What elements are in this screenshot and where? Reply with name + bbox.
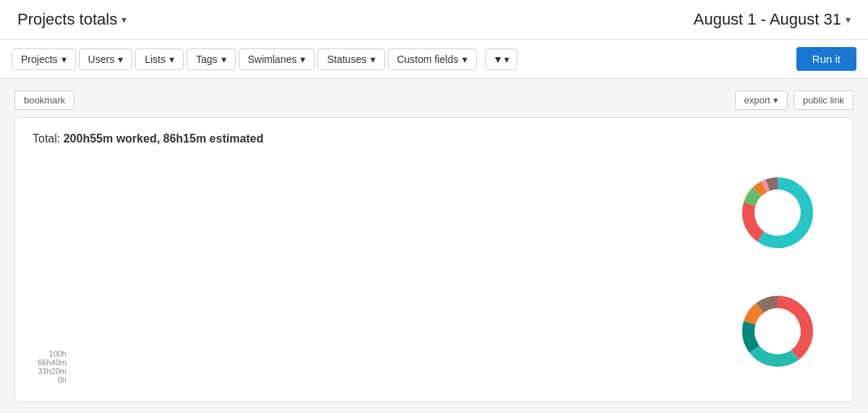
filter-users[interactable]: Users ▾ [79, 48, 133, 70]
filter-projects-arrow: ▾ [61, 54, 67, 65]
action-bar: bookmark export ▾ public link [14, 90, 854, 110]
filter-lists-arrow: ▾ [169, 54, 174, 65]
filter-swimlanes-label: Swimlanes [248, 54, 297, 65]
bar-chart-inner: 100h 66h40m 33h20m 0h [33, 157, 705, 387]
filter-swimlanes-arrow: ▾ [300, 54, 305, 65]
title-text: Projects totals [17, 10, 117, 29]
chart-container: Total: 200h55m worked, 86h15m estimated … [14, 117, 854, 402]
total-value: 200h55m worked, 86h15m estimated [64, 132, 264, 145]
export-label: export [744, 95, 770, 106]
top-bar: Projects totals ▾ August 1 - August 31 ▾ [0, 0, 868, 40]
filter-tags-arrow: ▾ [221, 54, 226, 65]
date-range-text: August 1 - August 31 [694, 10, 841, 29]
donut-charts [720, 157, 835, 387]
svg-point-6 [754, 190, 801, 236]
filter-swimlanes[interactable]: Swimlanes ▾ [239, 48, 315, 70]
run-it-button[interactable]: Run it [796, 47, 856, 71]
svg-point-12 [754, 308, 801, 354]
filter-lists[interactable]: Lists ▾ [135, 48, 184, 70]
filter-custom-fields[interactable]: Custom fields ▾ [388, 48, 477, 70]
date-dropdown-arrow[interactable]: ▾ [846, 14, 851, 25]
filter-custom-fields-arrow: ▾ [462, 54, 467, 65]
content-area: bookmark export ▾ public link Total: 200… [0, 79, 868, 413]
y-label-33h: 33h20m [38, 367, 67, 375]
public-link-button[interactable]: public link [793, 90, 854, 110]
filter-users-arrow: ▾ [118, 54, 123, 65]
filter-bar: Projects ▾ Users ▾ Lists ▾ Tags ▾ Swimla… [0, 40, 868, 79]
y-label-66h: 66h40m [38, 358, 67, 367]
y-label-0h: 0h [58, 375, 67, 384]
bookmark-button[interactable]: bookmark [14, 90, 75, 110]
donut-estimated-svg [734, 288, 821, 375]
filter-users-label: Users [88, 54, 115, 65]
filter-tags-label: Tags [196, 54, 218, 65]
filter-lists-label: Lists [145, 54, 166, 65]
filter-custom-fields-label: Custom fields [397, 54, 459, 65]
title-dropdown-arrow[interactable]: ▾ [122, 14, 127, 25]
advanced-filter-btn[interactable]: ▼ ▾ [485, 48, 518, 70]
donut-worked [734, 169, 821, 256]
donut-estimated [734, 288, 821, 375]
filter-extra-arrow: ▾ [504, 54, 509, 65]
total-label: Total: [33, 132, 60, 145]
date-range[interactable]: August 1 - August 31 ▾ [694, 10, 851, 29]
y-axis: 100h 66h40m 33h20m 0h [33, 349, 72, 387]
filter-statuses[interactable]: Statuses ▾ [318, 48, 384, 70]
filter-statuses-arrow: ▾ [370, 54, 375, 65]
bar-chart-area: 100h 66h40m 33h20m 0h [33, 157, 705, 387]
chart-title: Total: 200h55m worked, 86h15m estimated [33, 132, 835, 145]
page-title[interactable]: Projects totals ▾ [17, 10, 127, 29]
filter-funnel-icon: ▼ [493, 54, 503, 65]
export-button[interactable]: export ▾ [735, 90, 788, 110]
filter-statuses-label: Statuses [327, 54, 366, 65]
filter-tags[interactable]: Tags ▾ [187, 48, 236, 70]
donut-worked-svg [734, 169, 821, 256]
filter-projects-label: Projects [21, 54, 58, 65]
charts-row: 100h 66h40m 33h20m 0h [33, 157, 835, 387]
right-actions: export ▾ public link [735, 90, 854, 110]
export-arrow: ▾ [773, 95, 778, 106]
filter-projects[interactable]: Projects ▾ [12, 48, 76, 70]
y-label-100h: 100h [49, 349, 67, 358]
